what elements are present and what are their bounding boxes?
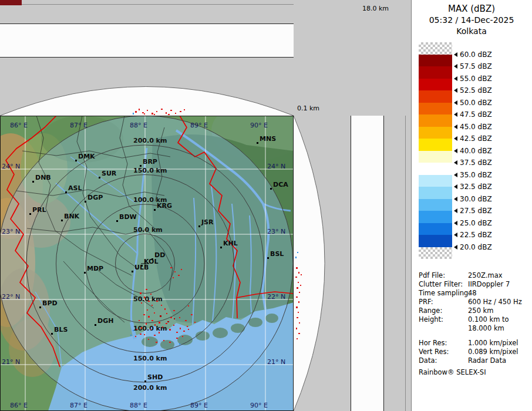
lat-label-right: 23° N <box>267 228 285 235</box>
radar-echo-speck <box>296 267 298 269</box>
city-label-BDW: BDW <box>119 213 137 221</box>
radar-echo-speck <box>180 111 181 112</box>
meta-key: Data: <box>419 356 437 365</box>
radar-echo-speck <box>151 320 153 321</box>
range-ring-label: 200.0 km <box>133 137 167 144</box>
dbz-scale: 60.0 dBZ57.5 dBZ55.0 dBZ52.5 dBZ50.0 dBZ… <box>419 42 530 261</box>
city-label-BNK: BNK <box>64 213 79 220</box>
product-title: MAX (dBZ) <box>412 4 531 15</box>
radar-echo-speck <box>146 323 147 325</box>
scale-tick-label: 42.5 dBZ <box>460 134 492 143</box>
radar-echo-speck <box>295 257 297 258</box>
scale-tick: 45.0 dBZ <box>454 123 492 131</box>
city-dot-SUR <box>99 177 100 178</box>
radar-echo-speck <box>170 110 172 111</box>
scale-tick-label: 47.5 dBZ <box>460 110 492 119</box>
radar-echo-speck <box>299 322 300 324</box>
radar-echo-speck <box>169 342 171 343</box>
height-axis-min-label: 0.1 km <box>297 105 319 112</box>
scale-color-box <box>419 55 452 67</box>
side-height-projection-panel <box>294 116 411 411</box>
scale-tick: 52.5 dBZ <box>454 86 492 95</box>
scale-tick: 47.5 dBZ <box>454 110 492 119</box>
radar-echo-speck <box>150 329 151 330</box>
meta-key: Pdf File: <box>419 271 445 279</box>
radar-echo-speck <box>154 114 155 115</box>
radar-echo-speck <box>135 336 136 337</box>
scale-color-box <box>419 175 452 187</box>
scale-tick-arrow-icon <box>454 160 457 165</box>
city-dot-BPD <box>39 306 41 308</box>
legend-panel: MAX (dBZ) 05:32 / 14-Dec-2025 Kolkata 60… <box>411 0 532 411</box>
city-dot-JSR <box>198 225 200 227</box>
city-dot-BLS <box>51 333 53 335</box>
radar-echo-speck <box>141 327 142 329</box>
radar-echo-speck <box>144 297 145 298</box>
radar-echo-speck <box>168 114 170 115</box>
radar-echo-speck <box>174 318 175 319</box>
scale-color-box <box>419 211 452 223</box>
radar-echo-speck <box>184 109 185 110</box>
scale-tick-label: 20.0 dBZ <box>460 243 492 251</box>
city-label-BRP: BRP <box>143 158 157 166</box>
radar-echo-speck <box>166 112 167 114</box>
radar-echo-speck <box>139 320 140 321</box>
radar-echo-speck <box>173 310 175 311</box>
scale-color-box <box>419 199 452 211</box>
scale-tick-arrow-icon <box>454 173 457 177</box>
range-ring-label: 150.0 km <box>133 167 167 174</box>
radar-map[interactable]: 86° E86° E87° E87° E88° E88° E89° E89° E… <box>0 116 294 411</box>
city-dot-DNB <box>32 181 34 183</box>
scale-tick-arrow-icon <box>454 221 457 225</box>
city-dot-MNS <box>257 142 258 144</box>
scale-tick: 57.5 dBZ <box>454 62 492 70</box>
radar-echo-speck <box>188 305 189 306</box>
scale-tick-label: 25.0 dBZ <box>460 219 492 227</box>
radar-echo-speck <box>156 342 157 343</box>
lon-label-top: 87° E <box>70 122 87 129</box>
city-label-SUR: SUR <box>102 170 116 177</box>
scale-tick-label: 22.5 dBZ <box>460 231 492 239</box>
radar-echo-speck <box>180 328 181 329</box>
product-timestamp: 05:32 / 14-Dec-2025 <box>412 15 531 26</box>
meta-key: Clutter Filter: <box>419 280 463 288</box>
radar-echo-speck <box>175 113 176 114</box>
radar-echo-speck <box>161 305 162 306</box>
scale-tick-label: 35.0 dBZ <box>460 171 492 179</box>
radar-echo-speck <box>133 113 134 114</box>
ui-artifact-mark <box>0 0 22 5</box>
radar-echo-speck <box>194 322 196 323</box>
city-label-DCA: DCA <box>273 181 288 188</box>
scale-tick-label: 57.5 dBZ <box>460 62 492 70</box>
scale-tick: 60.0 dBZ <box>454 50 492 59</box>
radar-echo-speck <box>298 282 299 283</box>
radar-echo-speck <box>297 317 298 318</box>
scale-tick-label: 30.0 dBZ <box>460 195 492 203</box>
software-brand: Rainbow® SELEX-SI <box>419 368 486 376</box>
city-label-KHL: KHL <box>223 240 238 247</box>
radar-echo-speck <box>167 321 169 322</box>
radar-echo-speck <box>298 333 300 334</box>
radar-echo-speck <box>141 302 142 304</box>
city-label-JSR: JSR <box>201 218 214 226</box>
scale-tick: 55.0 dBZ <box>454 75 492 83</box>
city-label-PRL: PRL <box>32 206 46 214</box>
radar-echo-speck <box>299 292 300 293</box>
scale-tick-label: 37.5 dBZ <box>460 159 492 167</box>
range-ring-label: 50.0 km <box>133 295 163 303</box>
scale-color-box <box>419 90 452 103</box>
city-dot-BDW <box>116 220 118 222</box>
scale-tick-arrow-icon <box>454 136 457 141</box>
scale-color-box <box>419 247 452 260</box>
range-ring-label: 150.0 km <box>133 355 167 362</box>
radar-echo-speck <box>179 343 180 345</box>
radar-echo-speck <box>147 309 148 311</box>
city-dot-DMK <box>75 160 77 161</box>
meta-value: 250 km <box>468 306 493 315</box>
radar-echo-speck <box>151 113 153 114</box>
lat-label-left: 22° N <box>2 293 20 301</box>
scale-tick-label: 50.0 dBZ <box>460 99 492 107</box>
scale-tick-arrow-icon <box>454 208 457 213</box>
meta-value: 250Z.max <box>468 271 503 279</box>
scale-tick: 32.5 dBZ <box>454 183 492 191</box>
